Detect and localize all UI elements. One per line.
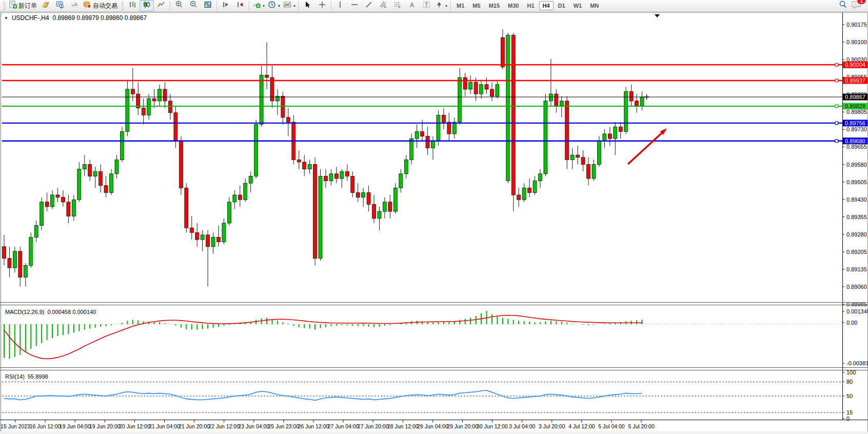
- chevron-down-icon: ▾: [293, 4, 295, 8]
- chart-title-bar: ▼ USDCHF-,H4 0.89869 0.89879 0.89860 0.8…: [4, 14, 147, 22]
- profile-button[interactable]: [38, 0, 53, 11]
- fibonacci-button[interactable]: F: [390, 0, 405, 11]
- svg-text:22 Jun 12:00: 22 Jun 12:00: [208, 423, 240, 429]
- svg-text:5 Jul 04:00: 5 Jul 04:00: [598, 423, 625, 429]
- bar-chart-icon: [128, 1, 136, 11]
- toolbar-separator: [299, 1, 299, 10]
- line-handle: [835, 122, 838, 125]
- trendline-button[interactable]: [362, 0, 376, 11]
- svg-text:0.89730: 0.89730: [846, 126, 867, 132]
- chart-canvas[interactable]: 0.901750.901000.900300.899550.898800.898…: [0, 12, 868, 434]
- chart-window: 0.901750.901000.900300.899550.898800.898…: [0, 12, 868, 434]
- line-handle: [835, 79, 838, 82]
- chart-quote: 0.89869 0.89879 0.89860 0.89867: [53, 14, 147, 22]
- svg-text:-0.00381: -0.00381: [846, 360, 868, 366]
- svg-text:0.89680: 0.89680: [845, 138, 865, 144]
- horizontal-line-icon: [350, 1, 359, 11]
- line-chart-button[interactable]: [154, 0, 168, 11]
- svg-text:29 Jun 04:00: 29 Jun 04:00: [417, 423, 448, 429]
- periods-icon: [268, 1, 276, 11]
- line-handle: [835, 140, 838, 143]
- signal-button[interactable]: [67, 0, 82, 11]
- periods-button[interactable]: ▾: [266, 0, 282, 11]
- svg-text:0.00: 0.00: [846, 320, 857, 326]
- svg-text:3 Jul 20:00: 3 Jul 20:00: [539, 423, 565, 429]
- svg-text:15: 15: [846, 409, 853, 416]
- vertical-line-button[interactable]: [333, 0, 347, 11]
- macd-indicator-label: MACD(12,26,9)0.000458 0.000140: [5, 309, 96, 315]
- zoom-out-button[interactable]: [186, 0, 201, 11]
- svg-text:0.89805: 0.89805: [846, 109, 867, 115]
- bar-chart-button[interactable]: [125, 0, 140, 11]
- templates-button[interactable]: ▾: [282, 0, 297, 11]
- svg-text:80: 80: [846, 379, 853, 385]
- toolbar-grip: [3, 2, 6, 10]
- timeframe-m1-button[interactable]: M1: [453, 1, 468, 10]
- auto-trading-button[interactable]: 自动交易: [82, 0, 119, 11]
- text-label-button[interactable]: T: [419, 0, 433, 11]
- svg-text:29 Jun 20:00: 29 Jun 20:00: [447, 423, 478, 429]
- toolbar-separator: [331, 1, 331, 10]
- svg-text:0.001349: 0.001349: [846, 308, 868, 314]
- svg-text:0.89867: 0.89867: [845, 94, 865, 100]
- svg-text:0.90100: 0.90100: [846, 39, 867, 45]
- zoom-in-button[interactable]: [172, 0, 186, 11]
- text-icon: A: [408, 1, 416, 11]
- svg-text:0.89505: 0.89505: [846, 179, 867, 185]
- chat-button[interactable]: 1: [852, 0, 862, 11]
- new-order-icon: [9, 1, 17, 11]
- timeframe-m5-button[interactable]: M5: [469, 1, 484, 10]
- candlestick-chart-button[interactable]: [140, 0, 154, 11]
- svg-text:E: E: [384, 5, 386, 8]
- svg-text:30 Jun 12:00: 30 Jun 12:00: [477, 423, 508, 429]
- vertical-line-icon: [336, 1, 344, 11]
- svg-text:3 Jul 04:00: 3 Jul 04:00: [509, 423, 536, 429]
- toolbar-grip: [121, 2, 124, 10]
- market-watch-icon: [56, 1, 64, 11]
- text-button[interactable]: A: [405, 0, 419, 11]
- svg-text:0.89580: 0.89580: [846, 162, 867, 168]
- svg-text:19 Jun 20:00: 19 Jun 20:00: [89, 423, 121, 429]
- line-chart-icon: [157, 1, 165, 11]
- crosshair-button[interactable]: [315, 0, 329, 11]
- timeframe-h1-button[interactable]: H1: [523, 1, 538, 10]
- shift-chart-button[interactable]: [233, 0, 247, 11]
- search-icon[interactable]: [838, 0, 847, 11]
- svg-text:0.89355: 0.89355: [846, 214, 867, 220]
- crosshair-icon: [318, 1, 326, 11]
- macd-values: 0.000458 0.000140: [47, 309, 96, 315]
- text-label-icon: T: [422, 1, 430, 11]
- trendline-icon: [365, 1, 373, 11]
- svg-text:0.89937: 0.89937: [845, 77, 865, 84]
- profile-icon: [42, 1, 50, 11]
- svg-text:T: T: [425, 2, 428, 8]
- candlestick-chart-icon: [143, 1, 151, 11]
- timeframe-m30-button[interactable]: M30: [504, 1, 522, 10]
- toolbar-separator: [249, 1, 249, 10]
- timeframe-h4-button[interactable]: H4: [539, 1, 554, 10]
- equidistant-channel-button[interactable]: E: [376, 0, 390, 11]
- svg-text:27 Jun 20:00: 27 Jun 20:00: [358, 423, 389, 429]
- cursor-button[interactable]: [301, 0, 315, 11]
- tile-windows-button[interactable]: [201, 0, 215, 11]
- toolbar: 新订单 自动交易: [0, 0, 868, 12]
- new-order-button[interactable]: 新订单: [7, 0, 38, 11]
- mt4-terminal: 新订单 自动交易: [0, 0, 868, 434]
- indicators-button[interactable]: ▾: [251, 0, 266, 11]
- timeframe-m15-button[interactable]: M15: [485, 1, 503, 10]
- arrows-button[interactable]: ▾: [433, 0, 449, 11]
- horizontal-line-button[interactable]: [347, 0, 362, 11]
- notification-badge: 1: [857, 0, 866, 5]
- chart-dropdown-icon[interactable]: ▼: [4, 16, 8, 21]
- timeframe-d1-button[interactable]: D1: [555, 1, 569, 10]
- toolbar-separator: [170, 1, 170, 10]
- svg-text:0.88985: 0.88985: [846, 301, 867, 307]
- cursor-icon: [304, 1, 312, 11]
- market-watch-button[interactable]: [53, 0, 67, 11]
- timeframe-mn-button[interactable]: MN: [586, 1, 602, 10]
- auto-scroll-button[interactable]: [219, 0, 233, 11]
- svg-text:0.89135: 0.89135: [846, 266, 867, 272]
- svg-text:0.89655: 0.89655: [846, 144, 867, 150]
- svg-text:0.90175: 0.90175: [846, 22, 867, 28]
- timeframe-w1-button[interactable]: W1: [570, 1, 586, 10]
